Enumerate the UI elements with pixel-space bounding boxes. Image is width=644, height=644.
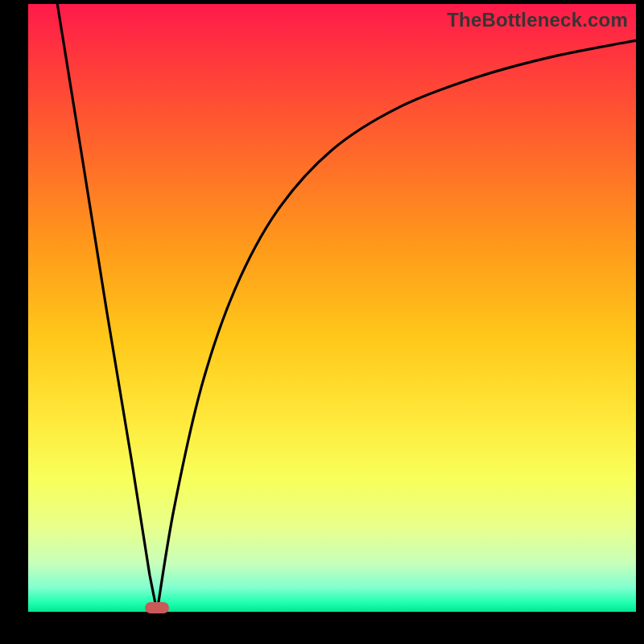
- chart-container: TheBottleneck.com: [0, 0, 644, 644]
- plot-area: TheBottleneck.com: [28, 4, 636, 612]
- curve-svg: [28, 4, 636, 612]
- min-marker: [145, 602, 169, 613]
- watermark-text: TheBottleneck.com: [447, 9, 628, 31]
- curve-path: [57, 4, 636, 612]
